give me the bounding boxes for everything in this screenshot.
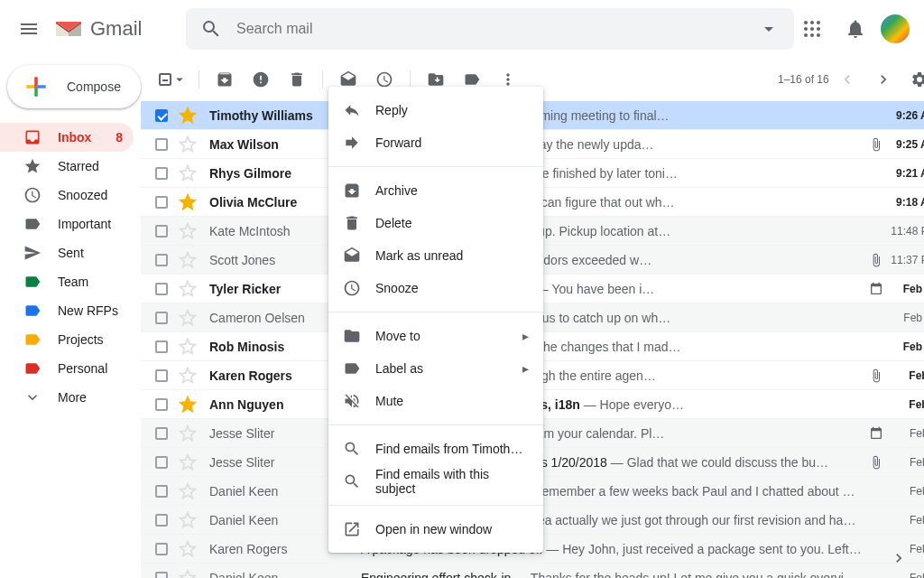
row-checkbox[interactable]	[155, 514, 168, 527]
date: 9:21 AM	[887, 167, 924, 180]
sidebar-item-new-rfps[interactable]: New RFPs	[0, 296, 134, 325]
main-menu-icon[interactable]	[7, 7, 51, 51]
cm-reply[interactable]: Reply	[328, 94, 543, 126]
sidebar-item-sent[interactable]: Sent	[0, 238, 134, 267]
cm-mute[interactable]: Mute	[328, 385, 543, 417]
star-icon[interactable]	[179, 107, 197, 125]
star-icon[interactable]	[179, 193, 197, 211]
star-icon[interactable]	[179, 396, 197, 414]
row-checkbox[interactable]	[155, 254, 168, 266]
prev-page-button[interactable]	[829, 61, 865, 98]
date: Feb 8	[887, 572, 924, 579]
search-bar[interactable]	[186, 8, 794, 50]
row-checkbox[interactable]	[155, 340, 168, 353]
attachment-icon	[869, 253, 887, 267]
nav-label: Important	[58, 217, 111, 231]
next-page-button[interactable]	[865, 61, 901, 98]
svg-point-1	[810, 21, 814, 24]
cm-find-from[interactable]: Find emails from Timothy Williamson	[328, 433, 543, 465]
settings-button[interactable]	[901, 61, 924, 98]
search-icon[interactable]	[193, 11, 229, 47]
row-checkbox[interactable]	[155, 109, 168, 122]
nav-label: Personal	[58, 361, 107, 376]
sidebar-item-important[interactable]: Important	[0, 210, 134, 238]
row-checkbox[interactable]	[155, 427, 168, 440]
cm-open-new[interactable]: Open in new window	[328, 513, 543, 545]
archive-button[interactable]	[207, 61, 243, 98]
notifications-icon[interactable]	[837, 11, 873, 47]
spam-button[interactable]	[243, 61, 279, 98]
sidebar-item-personal[interactable]: Personal	[0, 354, 134, 383]
search-input[interactable]	[229, 21, 751, 37]
subject-snippet: Engineering effort check-in — Thanks for…	[361, 571, 869, 579]
nav-icon	[23, 128, 42, 146]
cm-snooze[interactable]: Snooze	[328, 272, 543, 304]
star-icon[interactable]	[179, 222, 197, 240]
plus-icon	[22, 72, 51, 101]
star-icon[interactable]	[179, 482, 197, 500]
cm-label-as[interactable]: Label as▸	[328, 352, 543, 385]
nav-icon	[23, 157, 42, 175]
row-checkbox[interactable]	[155, 572, 168, 579]
svg-point-7	[810, 33, 814, 37]
star-icon[interactable]	[179, 569, 197, 579]
cm-find-subject[interactable]: Find emails with this subject	[328, 465, 543, 498]
sidebar-item-projects[interactable]: Projects	[0, 325, 134, 354]
nav-icon	[23, 186, 42, 204]
row-checkbox[interactable]	[155, 312, 168, 324]
row-checkbox[interactable]	[155, 196, 168, 209]
star-icon[interactable]	[179, 367, 197, 385]
email-row[interactable]: Daniel KeenEngineering effort check-in —…	[141, 564, 924, 578]
collapse-sidepanel-icon[interactable]	[890, 549, 908, 567]
archive-icon	[343, 182, 361, 200]
pager-text: 1–16 of 16	[778, 73, 829, 86]
search-icon	[343, 440, 361, 458]
star-icon[interactable]	[179, 135, 197, 154]
star-icon[interactable]	[179, 309, 197, 327]
star-icon[interactable]	[179, 424, 197, 443]
star-icon[interactable]	[179, 251, 197, 269]
row-checkbox[interactable]	[155, 398, 168, 411]
row-checkbox[interactable]	[155, 138, 168, 151]
row-checkbox[interactable]	[155, 485, 168, 498]
row-checkbox[interactable]	[155, 167, 168, 180]
attachment-icon	[869, 368, 887, 383]
gmail-logo[interactable]: Gmail	[51, 17, 186, 41]
sidebar-item-inbox[interactable]: Inbox8	[0, 123, 134, 152]
svg-point-5	[817, 27, 820, 31]
compose-label: Compose	[67, 79, 121, 94]
row-checkbox[interactable]	[155, 456, 168, 469]
star-icon[interactable]	[179, 338, 197, 356]
svg-point-0	[804, 21, 808, 24]
star-icon[interactable]	[179, 280, 197, 298]
compose-button[interactable]: Compose	[7, 65, 141, 108]
apps-icon[interactable]	[794, 11, 830, 47]
nav-label: Team	[58, 275, 88, 289]
star-icon[interactable]	[179, 164, 197, 182]
row-checkbox[interactable]	[155, 225, 168, 238]
mute-icon	[343, 392, 361, 410]
row-checkbox[interactable]	[155, 369, 168, 382]
star-icon[interactable]	[179, 511, 197, 529]
sidebar-item-starred[interactable]: Starred	[0, 152, 134, 181]
account-avatar[interactable]	[881, 14, 910, 43]
cm-delete[interactable]: Delete	[328, 207, 543, 239]
sidebar-item-more[interactable]: More	[0, 383, 134, 412]
cm-archive[interactable]: Archive	[328, 174, 543, 207]
star-icon[interactable]	[179, 453, 197, 471]
cm-mark-unread[interactable]: Mark as unread	[328, 239, 543, 272]
row-checkbox[interactable]	[155, 543, 168, 555]
search-dropdown-icon[interactable]	[751, 11, 787, 47]
delete-button[interactable]	[279, 61, 315, 98]
select-checkbox[interactable]	[155, 61, 191, 98]
row-checkbox[interactable]	[155, 283, 168, 295]
cm-forward[interactable]: Forward	[328, 126, 543, 159]
nav-icon	[23, 244, 42, 262]
chevron-right-icon: ▸	[522, 361, 529, 376]
sidebar: Compose Inbox8StarredSnoozedImportantSen…	[0, 58, 141, 578]
sidebar-item-team[interactable]: Team	[0, 267, 134, 296]
star-icon[interactable]	[179, 540, 197, 558]
cm-move-to[interactable]: Move to▸	[328, 320, 543, 352]
sidebar-item-snoozed[interactable]: Snoozed	[0, 181, 134, 210]
date: Feb 9	[887, 514, 924, 527]
